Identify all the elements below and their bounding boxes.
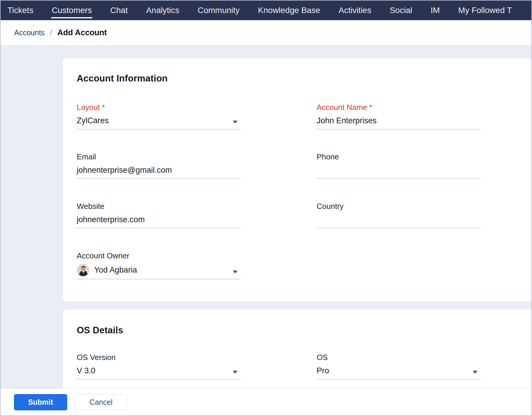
account-name-label: Account Name* <box>317 103 480 112</box>
email-value: johnenterprise@gmail.com <box>77 166 172 175</box>
nav-item-customers[interactable]: Customers <box>52 1 92 20</box>
layout-value: ZylCares <box>77 116 109 125</box>
os-version-value: V 3.0 <box>77 366 95 375</box>
account-name-input[interactable]: John Enterprises <box>317 116 480 129</box>
os-version-field: OS Version V 3.0 <box>77 353 241 380</box>
account-name-field: Account Name* John Enterprises <box>317 103 480 129</box>
os-details-fields: OS Version V 3.0 OS Pro <box>77 353 531 380</box>
nav-item-knowledge-base[interactable]: Knowledge Base <box>258 1 320 20</box>
country-input[interactable] <box>317 215 480 228</box>
submit-button[interactable]: Submit <box>14 394 67 410</box>
os-details-card: OS Details OS Version V 3.0 OS Pro <box>63 310 531 388</box>
account-information-fields: Layout* ZylCares Account Name* John Ente… <box>77 103 531 279</box>
nav-item-community[interactable]: Community <box>198 1 240 20</box>
os-value: Pro <box>317 366 329 375</box>
os-version-dropdown[interactable]: V 3.0 <box>77 366 241 380</box>
os-label: OS <box>317 353 480 362</box>
account-name-value: John Enterprises <box>317 116 377 125</box>
account-owner-field: Account Owner <box>77 251 241 279</box>
page-title: Add Account <box>57 28 107 37</box>
account-owner-value: Yod Agbaria <box>94 265 137 275</box>
app-window: Tickets Customers Chat Analytics Communi… <box>0 0 532 416</box>
account-information-card: Account Information Layout* ZylCares Acc… <box>63 58 531 302</box>
email-field: Email johnenterprise@gmail.com <box>77 152 241 179</box>
action-bar: Submit Cancel <box>1 388 531 415</box>
dropdown-caret-icon[interactable] <box>233 371 238 374</box>
nav-item-analytics[interactable]: Analytics <box>146 1 179 20</box>
website-field: Website johnenterprise.com <box>77 202 241 228</box>
country-label: Country <box>317 202 480 211</box>
account-information-title: Account Information <box>77 73 531 84</box>
nav-item-activities[interactable]: Activities <box>339 1 371 20</box>
layout-dropdown[interactable]: ZylCares <box>77 116 241 129</box>
website-value: johnenterprise.com <box>77 215 145 224</box>
phone-input[interactable] <box>317 166 480 179</box>
layout-field: Layout* ZylCares <box>77 103 241 129</box>
nav-item-chat[interactable]: Chat <box>110 1 128 20</box>
nav-item-social[interactable]: Social <box>390 1 412 20</box>
os-details-title: OS Details <box>77 325 531 336</box>
top-navigation: Tickets Customers Chat Analytics Communi… <box>1 1 531 20</box>
avatar <box>77 264 89 276</box>
dropdown-caret-icon[interactable] <box>473 371 477 374</box>
dropdown-caret-icon[interactable] <box>233 121 238 124</box>
os-dropdown[interactable]: Pro <box>317 366 480 380</box>
phone-field: Phone <box>317 152 480 179</box>
website-label: Website <box>77 202 241 211</box>
os-version-label: OS Version <box>77 353 241 362</box>
dropdown-caret-icon[interactable] <box>233 271 238 273</box>
nav-item-my-followed[interactable]: My Followed T <box>458 1 512 20</box>
nav-item-tickets[interactable]: Tickets <box>7 1 33 20</box>
empty-grid-cell <box>317 251 480 279</box>
main-content: Account Information Layout* ZylCares Acc… <box>1 45 531 388</box>
breadcrumb: Accounts / Add Account <box>1 20 531 45</box>
account-owner-label: Account Owner <box>77 251 241 260</box>
website-input[interactable]: johnenterprise.com <box>77 215 241 228</box>
breadcrumb-separator: / <box>50 28 52 37</box>
os-field: OS Pro <box>317 353 480 380</box>
cancel-button[interactable]: Cancel <box>75 394 127 410</box>
phone-label: Phone <box>317 152 480 161</box>
country-field: Country <box>317 202 480 228</box>
email-input[interactable]: johnenterprise@gmail.com <box>77 166 241 179</box>
account-owner-dropdown[interactable]: Yod Agbaria <box>77 264 241 279</box>
nav-item-im[interactable]: IM <box>431 1 440 20</box>
breadcrumb-accounts-link[interactable]: Accounts <box>14 28 45 37</box>
layout-label: Layout* <box>77 103 241 112</box>
email-label: Email <box>77 152 241 161</box>
